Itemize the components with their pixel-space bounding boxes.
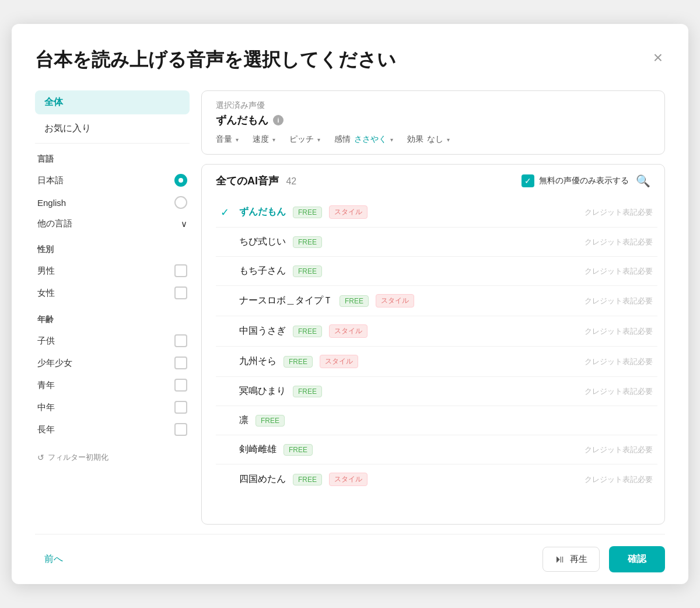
chevron-down-icon: ▾ [272,137,275,143]
voice-name: ナースロボ＿タイプＴ [239,295,332,307]
style-tag: スタイル [329,473,368,486]
checkbox-senior [174,423,187,436]
age-section-title: 年齢 [35,315,190,325]
style-tag: スタイル [329,324,368,338]
checkbox-male [174,264,187,277]
voice-row[interactable]: 冥鳴ひまりFREEクレジット表記必要 [216,377,657,406]
play-icon: ⏯ [555,553,565,565]
voice-name: 四国めたん [239,473,286,485]
selected-voice-bar: 選択済み声優 ずんだもん i 音量 ▾ 速度 ▾ ピッチ [201,90,665,155]
credit-label: クレジット表記必要 [584,326,653,337]
voice-row[interactable]: ちび式じいFREEクレジット表記必要 [216,228,657,257]
voice-row[interactable]: ✓ずんだもんFREEスタイルクレジット表記必要 [216,197,657,228]
chevron-down-icon: ▾ [390,137,393,143]
gender-section-title: 性別 [35,244,190,255]
divider [35,143,190,144]
check-icon: ✓ [220,206,232,219]
age-senior[interactable]: 長年 [35,418,190,441]
info-icon[interactable]: i [273,115,284,125]
footer-right: ⏯ 再生 確認 [542,546,665,572]
modal-body: 全体 お気に入り 言語 日本語 English 他の言語 ∨ 性別 男性 [35,90,665,525]
style-tag: スタイル [376,294,414,308]
chevron-down-icon: ▾ [447,137,450,143]
credit-label: クレジット表記必要 [584,357,653,367]
voice-name: 冥鳴ひまり [239,385,286,397]
confirm-button[interactable]: 確認 [609,546,665,572]
free-tag: FREE [293,386,322,397]
checkbox-boy-girl [174,357,187,369]
style-tag: スタイル [329,205,368,219]
age-middle[interactable]: 中年 [35,396,190,418]
checkbox-child [174,334,187,347]
free-tag: FREE [293,326,322,337]
selected-voice-label: 選択済み声優 [216,100,650,111]
language-section-title: 言語 [35,154,190,165]
free-tag: FREE [293,236,322,248]
sidebar-item-favorites[interactable]: お気に入り [35,117,190,141]
age-child[interactable]: 子供 [35,330,190,352]
credit-label: クレジット表記必要 [584,207,653,218]
free-tag: FREE [293,207,322,218]
pitch-control[interactable]: ピッチ ▾ [289,134,320,145]
sidebar-item-all[interactable]: 全体 [35,90,190,114]
gender-female[interactable]: 女性 [35,282,190,304]
voice-name: 中国うさぎ [239,325,286,337]
voice-row[interactable]: 剣崎雌雄FREEクレジット表記必要 [216,435,657,464]
language-others[interactable]: 他の言語 ∨ [35,214,190,234]
speed-control[interactable]: 速度 ▾ [253,134,275,145]
language-english[interactable]: English [35,191,190,214]
style-tag: スタイル [320,355,358,368]
search-icon: 🔍 [636,174,650,187]
close-button[interactable]: × [651,47,665,68]
free-tag: FREE [256,415,285,427]
voice-name: 凛 [239,414,249,427]
voice-row[interactable]: 四国めたんFREEスタイルクレジット表記必要 [216,464,657,494]
free-tag: FREE [293,265,322,277]
free-tag: FREE [284,444,313,456]
search-button[interactable]: 🔍 [636,174,650,188]
language-japanese[interactable]: 日本語 [35,169,190,191]
voice-list-scroll[interactable]: ✓ずんだもんFREEスタイルクレジット表記必要ちび式じいFREEクレジット表記必… [202,197,664,524]
gender-male[interactable]: 男性 [35,260,190,282]
free-only-checkbox[interactable]: ✓ 無料の声優のみ表示する [522,174,629,187]
voice-rows-container: ✓ずんだもんFREEスタイルクレジット表記必要ちび式じいFREEクレジット表記必… [216,197,657,494]
back-button[interactable]: 前へ [35,548,72,570]
radio-english [174,196,187,209]
checkbox-female [174,286,187,299]
modal-header: 台本を読み上げる音声を選択してください × [35,47,665,73]
voice-name: もち子さん [239,265,286,277]
effect-control[interactable]: 効果 なし ▾ [407,134,450,145]
credit-label: クレジット表記必要 [584,474,653,485]
voice-row[interactable]: ナースロボ＿タイプＴFREEスタイルクレジット表記必要 [216,286,657,316]
chevron-down-icon: ▾ [236,137,239,143]
voice-row[interactable]: もち子さんFREEクレジット表記必要 [216,257,657,286]
sidebar: 全体 お気に入り 言語 日本語 English 他の言語 ∨ 性別 男性 [35,90,190,525]
voice-name: 剣崎雌雄 [239,443,276,456]
checkbox-young [174,379,187,392]
voice-list-area: 全てのAI音声 42 ✓ 無料の声優のみ表示する 🔍 [201,164,665,525]
checked-box-icon: ✓ [522,174,534,187]
voice-row[interactable]: 凛FREE [216,406,657,435]
voice-row[interactable]: 中国うさぎFREEスタイルクレジット表記必要 [216,316,657,347]
reset-filter-button[interactable]: ↺ フィルター初期化 [35,452,190,463]
emotion-control[interactable]: 感情 ささやく ▾ [334,134,393,145]
reset-icon: ↺ [37,453,44,462]
selected-voice-name: ずんだもん i [216,113,650,127]
radio-japanese [174,174,187,187]
credit-label: クレジット表記必要 [584,296,653,306]
age-boy-girl[interactable]: 少年少女 [35,352,190,374]
modal-container: 台本を読み上げる音声を選択してください × 全体 お気に入り 言語 日本語 En… [12,24,688,584]
free-tag: FREE [293,474,322,485]
credit-label: クレジット表記必要 [584,237,653,247]
credit-label: クレジット表記必要 [584,386,653,397]
chevron-down-icon: ∨ [181,219,187,229]
credit-label: クレジット表記必要 [584,266,653,277]
age-young[interactable]: 青年 [35,374,190,396]
play-button[interactable]: ⏯ 再生 [542,547,600,572]
volume-control[interactable]: 音量 ▾ [216,134,239,145]
voice-controls: 音量 ▾ 速度 ▾ ピッチ ▾ 感情 ささやく ▾ [216,134,650,145]
voice-name: ちび式じい [239,236,286,248]
free-tag: FREE [284,356,313,368]
voice-row[interactable]: 九州そらFREEスタイルクレジット表記必要 [216,347,657,377]
voice-name: 九州そら [239,355,276,368]
